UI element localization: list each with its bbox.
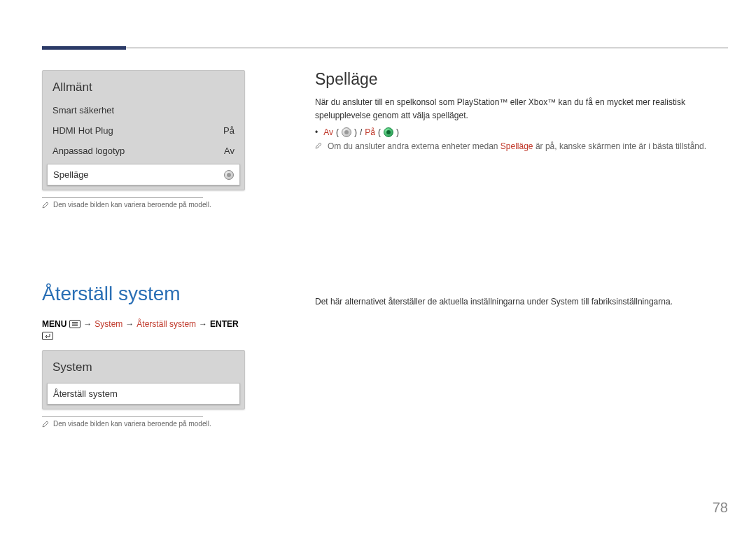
menu-row-label: Anpassad logotyp [52,146,125,156]
menu-row-label: Återställ system [53,388,118,399]
menu-row-value: På [223,125,234,136]
paren-open: ( [378,127,381,137]
paren-close: ) [354,127,357,137]
pencil-icon [42,421,49,428]
menu-row[interactable]: Anpassad logotyp Av [43,141,244,161]
menu-row[interactable]: HDMI Hot Plug På [43,120,244,141]
reset-description: Det här alternativet återställer de aktu… [315,297,728,307]
breadcrumb-arrow: → [83,319,92,329]
breadcrumb-arrow: → [125,319,134,329]
breadcrumb-reset: Återställ system [136,319,196,329]
note-text: Om du ansluter andra externa enheter med… [328,141,706,151]
options-row: • Av ( ) / På ( ) [315,127,728,137]
caption-text: Den visade bilden kan variera beroende p… [53,201,211,209]
toggle-indicator-off-icon [342,127,351,137]
svg-rect-2 [72,325,78,326]
option-av: Av [323,127,333,137]
header-rule [42,48,728,48]
menu-title: Allmänt [43,71,244,100]
menu-panel-allmant: Allmänt Smart säkerhet HDMI Hot Plug På … [42,70,245,190]
right-heading-spellage: Spelläge [315,70,728,89]
paren-close: ) [396,127,399,137]
pencil-icon [315,142,322,149]
menu-row-selected[interactable]: Återställ system [47,383,240,405]
bullet-icon: • [315,127,318,137]
option-pa: På [365,127,375,137]
page-number: 78 [713,500,728,516]
svg-rect-0 [72,322,78,323]
menu-row-label: Smart säkerhet [52,105,114,115]
menu-row-label: HDMI Hot Plug [52,125,113,136]
pencil-icon [42,202,49,209]
toggle-indicator-on-icon [384,127,393,137]
note-row: Om du ansluter andra externa enheter med… [315,141,728,151]
option-sep: / [360,127,362,137]
menu-row-value: Av [224,146,234,156]
menu-button-icon [69,320,80,328]
svg-rect-1 [72,324,78,325]
menu-title: System [43,351,244,380]
breadcrumb-menu: MENU [42,319,66,329]
right-body: När du ansluter till en spelkonsol som P… [315,96,728,122]
breadcrumb: MENU → System → Återställ system → ENTER [42,319,245,340]
menu-row-label: Spelläge [53,169,89,180]
menu-row-selected[interactable]: Spelläge [47,164,240,185]
breadcrumb-enter: ENTER [210,319,239,329]
enter-button-icon [42,332,53,340]
menu-row[interactable]: Smart säkerhet [43,100,244,120]
toggle-indicator-off-icon [224,170,234,180]
paren-open: ( [336,127,339,137]
section-heading-reset: Återställ system [42,283,245,305]
breadcrumb-system: System [94,319,122,329]
menu-panel-system: System Återställ system [42,350,245,409]
caption: Den visade bilden kan variera beroende p… [42,201,245,209]
header-accent [42,46,126,50]
caption: Den visade bilden kan variera beroende p… [42,420,245,428]
caption-text: Den visade bilden kan variera beroende p… [53,420,211,428]
breadcrumb-arrow: → [199,319,207,329]
